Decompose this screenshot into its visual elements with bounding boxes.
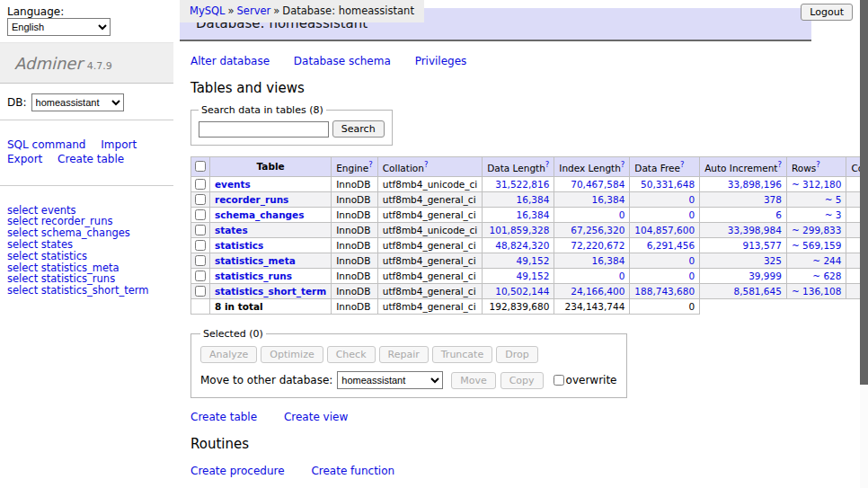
- data-free-link[interactable]: 0: [688, 194, 695, 205]
- data-free-link[interactable]: 0: [688, 255, 695, 266]
- index-length-link[interactable]: 16,384: [592, 194, 625, 205]
- row-checkbox[interactable]: [195, 194, 206, 205]
- optimize-button[interactable]: Optimize: [261, 346, 323, 363]
- row-checkbox[interactable]: [195, 209, 206, 220]
- move-button[interactable]: Move: [451, 372, 496, 389]
- truncate-button[interactable]: Truncate: [432, 346, 492, 363]
- data-length-link[interactable]: 31,522,816: [495, 179, 549, 190]
- row-checkbox[interactable]: [195, 225, 206, 235]
- table-name-cell: states: [210, 222, 332, 237]
- search-input[interactable]: [199, 121, 329, 138]
- logout-button[interactable]: Logout: [801, 4, 853, 21]
- auto-increment-link[interactable]: 6: [775, 209, 782, 220]
- index-length-link[interactable]: 0: [619, 271, 625, 281]
- data-free-link[interactable]: 50,331,648: [641, 179, 695, 190]
- data-free-link[interactable]: 104,857,600: [634, 225, 695, 235]
- create-procedure-link[interactable]: Create procedure: [190, 465, 285, 477]
- search-button[interactable]: Search: [332, 120, 385, 138]
- overwrite-checkbox[interactable]: [554, 375, 564, 386]
- rows-link[interactable]: ~ 5: [825, 194, 842, 205]
- breadcrumb-server-link[interactable]: Server: [237, 4, 271, 17]
- table-name-link[interactable]: statistics_meta: [215, 255, 296, 266]
- data-length-link[interactable]: 16,384: [517, 209, 550, 220]
- row-checkbox[interactable]: [195, 286, 206, 297]
- auto-increment-link[interactable]: 33,898,196: [728, 179, 782, 190]
- table-name-link[interactable]: statistics_runs: [215, 271, 292, 281]
- rows-link[interactable]: ~ 244: [812, 255, 841, 266]
- auto-increment-link[interactable]: 378: [764, 194, 782, 205]
- data-length-cell: 31,522,816: [483, 176, 554, 191]
- table-name-link[interactable]: statistics: [215, 240, 263, 251]
- row-checkbox[interactable]: [195, 179, 206, 190]
- create-table-link[interactable]: Create table: [58, 153, 124, 165]
- auto-increment-link[interactable]: 325: [764, 255, 782, 266]
- index-length-link[interactable]: 0: [619, 209, 625, 220]
- table-name-link[interactable]: schema_changes: [215, 209, 305, 220]
- auto-increment-link[interactable]: 33,398,984: [728, 225, 782, 235]
- privileges-link[interactable]: Privileges: [415, 55, 467, 67]
- auto-increment-link[interactable]: 913,577: [743, 240, 782, 251]
- auto-increment-link[interactable]: 39,999: [748, 271, 782, 281]
- table-name-link[interactable]: statistics_short_term: [215, 286, 326, 297]
- import-link[interactable]: Import: [101, 138, 137, 151]
- total-data-length-cell: 192,839,680: [483, 298, 554, 314]
- overwrite-wrap: overwrite: [552, 374, 617, 386]
- auto-increment-link[interactable]: 8,581,645: [733, 286, 781, 297]
- column-help-link[interactable]: ?: [816, 160, 820, 169]
- index-length-link[interactable]: 24,166,400: [571, 286, 624, 297]
- select-all-checkbox[interactable]: [195, 161, 206, 172]
- column-help-link[interactable]: ?: [545, 160, 550, 169]
- table-name-link[interactable]: recorder_runs: [215, 194, 288, 205]
- language-select[interactable]: English: [7, 18, 111, 36]
- data-length-link[interactable]: 49,152: [517, 255, 550, 266]
- index-length-link[interactable]: 72,220,672: [571, 240, 624, 251]
- move-db-select[interactable]: homeassistant: [337, 371, 443, 389]
- row-checkbox[interactable]: [195, 240, 206, 251]
- breadcrumb-mysql-link[interactable]: MySQL: [190, 4, 226, 17]
- drop-button[interactable]: Drop: [496, 346, 537, 363]
- create-function-link[interactable]: Create function: [311, 465, 394, 477]
- data-length-link[interactable]: 10,502,144: [495, 286, 549, 297]
- column-help-link[interactable]: ?: [680, 160, 685, 169]
- column-help-link[interactable]: ?: [424, 160, 429, 169]
- data-length-link[interactable]: 16,384: [517, 194, 550, 205]
- data-free-link[interactable]: 6,291,456: [647, 240, 695, 251]
- column-help-link[interactable]: ?: [368, 160, 373, 169]
- analyze-button[interactable]: Analyze: [200, 346, 257, 363]
- table-name-link[interactable]: states: [215, 225, 248, 235]
- sidebar-select-statistics-short-term-link[interactable]: select statistics_short_term: [7, 285, 166, 297]
- database-schema-link[interactable]: Database schema: [294, 55, 391, 67]
- create-view-link[interactable]: Create view: [284, 411, 348, 423]
- rows-link[interactable]: ~ 628: [812, 271, 841, 281]
- rows-link[interactable]: ~ 3: [825, 209, 842, 220]
- repair-button[interactable]: Repair: [379, 346, 429, 363]
- row-checkbox[interactable]: [195, 255, 206, 266]
- data-free-link[interactable]: 0: [688, 209, 695, 220]
- check-button[interactable]: Check: [327, 346, 376, 363]
- index-length-link[interactable]: 70,467,584: [571, 179, 624, 190]
- rows-link[interactable]: ~ 569,159: [792, 240, 842, 251]
- sidebar-select-states-link[interactable]: select states: [7, 239, 166, 251]
- copy-button[interactable]: Copy: [500, 372, 544, 389]
- data-length-link[interactable]: 48,824,320: [495, 240, 549, 251]
- create-table-link[interactable]: Create table: [190, 411, 257, 423]
- index-length-link[interactable]: 67,256,320: [571, 225, 624, 235]
- sql-command-link[interactable]: SQL command: [7, 138, 85, 151]
- data-length-link[interactable]: 101,859,328: [490, 225, 550, 235]
- column-help-link[interactable]: ?: [621, 160, 625, 169]
- db-select[interactable]: homeassistant: [31, 93, 124, 111]
- data-free-link[interactable]: 0: [688, 271, 695, 281]
- rows-link[interactable]: ~ 136,108: [792, 286, 842, 297]
- data-length-link[interactable]: 49,152: [517, 271, 550, 281]
- scrollbar-thumb[interactable]: [860, 0, 868, 385]
- rows-link[interactable]: ~ 312,180: [792, 179, 842, 190]
- table-name-link[interactable]: events: [215, 179, 251, 190]
- column-help-link[interactable]: ?: [777, 160, 782, 169]
- sidebar-select-statistics-link[interactable]: select statistics: [7, 251, 166, 262]
- data-free-link[interactable]: 188,743,680: [634, 286, 695, 297]
- row-checkbox[interactable]: [195, 271, 206, 281]
- export-link[interactable]: Export: [7, 153, 42, 165]
- alter-database-link[interactable]: Alter database: [190, 55, 270, 67]
- rows-link[interactable]: ~ 299,833: [792, 225, 842, 235]
- index-length-link[interactable]: 16,384: [592, 255, 625, 266]
